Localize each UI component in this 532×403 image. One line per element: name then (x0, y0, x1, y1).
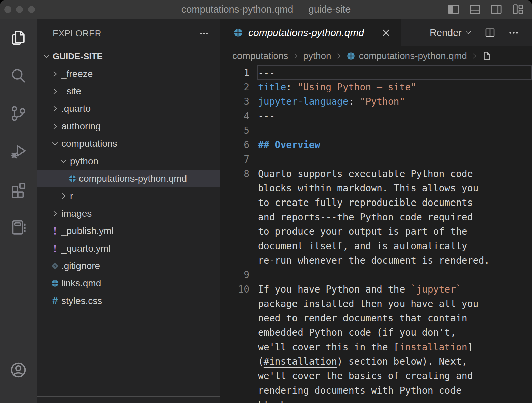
file-icon (482, 51, 492, 61)
file-tree: GUIDE-SITE_freeze_site.quartoauthoringco… (37, 48, 220, 403)
code-token: --- (258, 67, 275, 78)
breadcrumb-item-computations[interactable]: computations (232, 51, 288, 61)
chevron-right-icon[interactable] (51, 209, 59, 218)
code-line[interactable]: 8Quarto supports executable Python code (220, 167, 532, 181)
vscode-window: computations-python.qmd — guide-site EXP… (0, 0, 532, 403)
code-line[interactable]: re-run whenever the document is rendered… (220, 253, 532, 268)
code-token: If you have Python and the (258, 284, 411, 295)
code-line[interactable]: 7 (220, 152, 532, 167)
code-line[interactable]: 1--- (220, 65, 532, 80)
activity-item-extensions[interactable] (9, 180, 28, 199)
tab-computations-python[interactable]: computations-python.qmd (220, 19, 401, 46)
quarto-file-icon (68, 173, 77, 184)
activity-item-search[interactable] (9, 66, 28, 85)
zoom-window-button[interactable] (28, 6, 35, 13)
tree-folder--freeze[interactable]: _freeze (37, 65, 220, 83)
code-line[interactable]: blocks within markdown. This allows you (220, 181, 532, 195)
tree-folder-images[interactable]: images (37, 205, 220, 222)
panel-right-icon[interactable] (490, 3, 503, 16)
code-line-content: --- (257, 65, 532, 80)
chevron-right-icon[interactable] (51, 122, 59, 131)
line-number: 10 (220, 282, 257, 297)
activity-item-run-debug[interactable] (9, 142, 28, 161)
layout-customize-icon[interactable] (511, 3, 525, 16)
tree-folder-guide-site[interactable]: GUIDE-SITE (37, 48, 220, 65)
tree-file--publish-yml[interactable]: !_publish.yml (37, 222, 220, 240)
code-line[interactable]: blocks. (220, 398, 532, 403)
more-actions-icon[interactable] (508, 27, 519, 38)
code-line[interactable]: 9 (220, 268, 532, 282)
tree-folder--site[interactable]: _site (37, 83, 220, 100)
code-line[interactable]: 6## Overview (220, 138, 532, 152)
outline-header[interactable]: OUTLINE (37, 397, 220, 403)
run-debug-icon (9, 142, 28, 161)
code-token: we'll cover this in the [ (258, 342, 399, 353)
chevron-right-icon[interactable] (51, 104, 59, 113)
code-line[interactable]: document itself, and is automatically (220, 239, 532, 253)
activity-item-source-control[interactable] (9, 104, 28, 123)
code-line[interactable]: need to render documents that contain (220, 311, 532, 325)
tree-folder-python[interactable]: python (37, 152, 220, 170)
code-token: rendering documents with Python code (258, 385, 462, 396)
breadcrumb-item-computations-python-qmd[interactable]: computations-python.qmd (359, 51, 467, 61)
code-line[interactable]: (#installation) section below). Next, (220, 354, 532, 369)
tree-file--gitignore[interactable]: .gitignore (37, 257, 220, 275)
split-editor-icon[interactable] (484, 27, 496, 38)
code-line[interactable]: to produce your output is part of the (220, 224, 532, 239)
code-line[interactable]: 4--- (220, 109, 532, 123)
yaml-file-icon: ! (51, 243, 59, 254)
close-window-button[interactable] (4, 6, 11, 13)
code-token: : (286, 82, 298, 93)
chevron-right-icon[interactable] (59, 192, 68, 200)
code-line-content: and reports---the Python code required (257, 210, 532, 224)
code-line[interactable]: and reports---the Python code required (220, 210, 532, 224)
code-line[interactable]: rendering documents with Python code (220, 383, 532, 398)
line-number: 3 (220, 94, 257, 109)
chevron-right-icon[interactable] (51, 70, 59, 78)
code-line[interactable]: embedded Python code (if you don't, (220, 325, 532, 340)
render-button[interactable]: Render (430, 27, 472, 38)
code-token: need to render documents that contain (258, 313, 467, 324)
code-line-content: need to render documents that contain (257, 311, 532, 325)
code-editor[interactable]: 1---2title: "Using Python — site"3jupyte… (220, 65, 532, 403)
chevron-down-icon[interactable] (59, 157, 68, 166)
tree-folder--quarto[interactable]: .quarto (37, 100, 220, 118)
tree-item-label: .quarto (61, 103, 91, 114)
tree-folder-authoring[interactable]: authoring (37, 118, 220, 135)
tree-file-links-qmd[interactable]: links.qmd (37, 275, 220, 292)
chevron-down-icon[interactable] (51, 139, 59, 148)
code-line[interactable]: 5 (220, 123, 532, 138)
tree-folder-r[interactable]: r (37, 187, 220, 205)
tree-file-computations-python-qmd[interactable]: computations-python.qmd (37, 170, 220, 187)
more-actions-icon[interactable] (199, 28, 209, 38)
account-icon (9, 361, 28, 379)
code-line-content: rendering documents with Python code (257, 383, 532, 398)
panel-bottom-icon[interactable] (468, 3, 482, 16)
activity-item-account[interactable] (9, 361, 28, 379)
panel-left-icon[interactable] (447, 3, 460, 16)
tree-folder-computations[interactable]: computations (37, 135, 220, 152)
code-token: #installation (264, 356, 337, 367)
tree-file-styles-css[interactable]: #styles.css (37, 292, 220, 310)
chevron-down-icon[interactable] (42, 52, 51, 61)
explorer-header: EXPLORER (37, 19, 220, 48)
code-token: "Python" (360, 96, 405, 107)
tree-file--quarto-yml[interactable]: !_quarto.yml (37, 240, 220, 257)
line-number: 2 (220, 80, 257, 94)
code-line[interactable]: 2title: "Using Python — site" (220, 80, 532, 94)
code-line[interactable]: package installed then you have all you (220, 297, 532, 311)
code-token: ## Overview (258, 139, 320, 150)
code-line[interactable]: we'll cover this in the [installation] (220, 340, 532, 354)
code-line-content: we'll cover the basics of creating and (257, 369, 532, 383)
code-line[interactable]: 3jupyter-language: "Python" (220, 94, 532, 109)
activity-item-notebook[interactable] (9, 218, 28, 237)
chevron-right-icon[interactable] (51, 87, 59, 96)
code-line[interactable]: we'll cover the basics of creating and (220, 369, 532, 383)
tree-item-label: styles.css (61, 296, 102, 306)
minimize-window-button[interactable] (16, 6, 23, 13)
code-line[interactable]: 10If you have Python and the `jupyter` (220, 282, 532, 297)
close-icon[interactable] (381, 28, 391, 38)
code-line[interactable]: to create fully reproducible documents (220, 195, 532, 210)
activity-item-files[interactable] (9, 28, 28, 47)
breadcrumb-item-python[interactable]: python (303, 51, 331, 61)
